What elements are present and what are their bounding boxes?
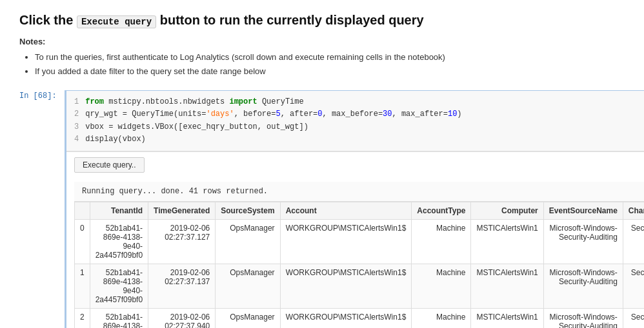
execute-query-button[interactable]: Execute query.. (74, 157, 145, 173)
col-header-account: Account (280, 202, 412, 219)
table-cell-0: 2 (75, 308, 90, 328)
table-cell-7: Microsoft-Windows-Security-Auditing (543, 264, 623, 308)
table-cell-8: Security (623, 219, 644, 264)
col-header-tenantid: TenantId (90, 202, 148, 219)
code-line-2: 2qry_wgt = QueryTime(units='days', befor… (74, 108, 644, 121)
table-cell-5: Machine (412, 264, 471, 308)
notes-item-1: To run the queries, first authenticate t… (35, 50, 625, 64)
table-cell-6: MSTICAlertsWin1 (471, 264, 543, 308)
table-cell-5: Machine (412, 308, 471, 328)
col-header-index (75, 202, 90, 219)
results-table: TenantId TimeGenerated SourceSystem Acco… (74, 202, 644, 328)
table-row: 052b1ab41-869e-4138-9e40-2a4457f09bf0201… (75, 219, 645, 264)
page-title: Click the Execute query button to run th… (19, 13, 625, 28)
table-cell-6: MSTICAlertsWin1 (471, 308, 543, 328)
table-cell-0: 1 (75, 264, 90, 308)
col-header-eventsourcename: EventSourceName (543, 202, 623, 219)
kw-import: import (229, 97, 257, 106)
table-cell-4: WORKGROUP\MSTICAlertsWin1$ (280, 264, 412, 308)
col-header-computer: Computer (471, 202, 543, 219)
cell-output: Running query... done. 41 rows returned.… (66, 178, 644, 328)
code-line-4: 4display(vbox) (74, 133, 644, 146)
table-cell-0: 0 (75, 219, 90, 264)
table-cell-6: MSTICAlertsWin1 (471, 219, 543, 264)
table-cell-5: Machine (412, 219, 471, 264)
table-cell-1: 52b1ab41-869e-4138-9e40-2a4457f09bf0 (90, 264, 148, 308)
line-num-4: 4 (74, 135, 79, 144)
table-cell-4: WORKGROUP\MSTICAlertsWin1$ (280, 308, 412, 328)
kw-from: from (85, 97, 104, 106)
col-header-timegenerated: TimeGenerated (148, 202, 216, 219)
table-cell-2: 2019-02-06 02:27:37.137 (148, 264, 216, 308)
table-cell-7: Microsoft-Windows-Security-Auditing (543, 219, 623, 264)
table-cell-8: Security (623, 264, 644, 308)
table-header: TenantId TimeGenerated SourceSystem Acco… (75, 202, 645, 219)
notebook-cell: In [68]: 1from msticpy.nbtools.nbwidgets… (19, 90, 625, 328)
table-cell-3: OpsManager (216, 219, 280, 264)
table-cell-8: Security (623, 308, 644, 328)
table-body: 052b1ab41-869e-4138-9e40-2a4457f09bf0201… (75, 219, 645, 328)
code-line-1: 1from msticpy.nbtools.nbwidgets import Q… (74, 96, 644, 108)
table-cell-4: WORKGROUP\MSTICAlertsWin1$ (280, 219, 412, 264)
line-num-3: 3 (74, 122, 79, 131)
title-prefix: Click the (19, 13, 77, 27)
notes-list: To run the queries, first authenticate t… (19, 50, 625, 79)
line-num-2: 2 (74, 110, 79, 119)
table-row: 152b1ab41-869e-4138-9e40-2a4457f09bf0201… (75, 264, 645, 308)
results-table-wrapper: TenantId TimeGenerated SourceSystem Acco… (74, 202, 644, 328)
execute-btn-area: Execute query.. (66, 151, 644, 178)
code-line-3: 3vbox = widgets.VBox([exec_hqry_button, … (74, 121, 644, 133)
table-cell-1: 52b1ab41-869e-4138-9e40-2a4457f09bf0 (90, 219, 148, 264)
table-row: 252b1ab41-869e-4138-9e40-2a4457f09bf0201… (75, 308, 645, 328)
col-header-channel: Channel (623, 202, 644, 219)
code-block: 1from msticpy.nbtools.nbwidgets import Q… (66, 91, 644, 151)
cell-content: 1from msticpy.nbtools.nbwidgets import Q… (65, 90, 644, 328)
table-cell-2: 2019-02-06 02:27:37.940 (148, 308, 216, 328)
notes-section: Notes: To run the queries, first authent… (19, 37, 625, 79)
cell-label: In [68]: (19, 90, 65, 101)
execute-inline-code: Execute query (77, 15, 156, 28)
table-cell-3: OpsManager (216, 308, 280, 328)
title-suffix: button to run the currently displayed qu… (156, 13, 423, 27)
table-cell-1: 52b1ab41-869e-4138-9e40-2a4457f09bf0 (90, 308, 148, 328)
col-header-sourcesystem: SourceSystem (216, 202, 280, 219)
table-cell-3: OpsManager (216, 264, 280, 308)
col-header-accounttype: AccountType (412, 202, 471, 219)
table-cell-7: Microsoft-Windows-Security-Auditing (543, 308, 623, 328)
notes-item-2: If you added a date filter to the query … (35, 64, 625, 79)
query-status: Running query... done. 41 rows returned. (74, 182, 644, 202)
table-cell-2: 2019-02-06 02:27:37.127 (148, 219, 216, 264)
notes-label: Notes: (19, 37, 625, 46)
page-container: Click the Execute query button to run th… (0, 0, 644, 328)
line-num-1: 1 (74, 97, 79, 106)
